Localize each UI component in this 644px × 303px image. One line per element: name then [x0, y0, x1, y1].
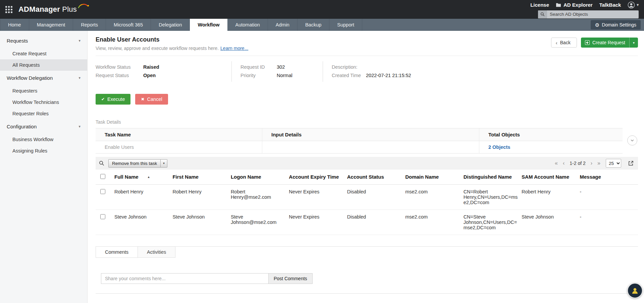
cell-full-name: Robert Henry: [114, 185, 172, 210]
column-header-sam-account-name[interactable]: SAM Account Name: [522, 170, 580, 185]
column-header-full-name[interactable]: Full Name▲: [114, 170, 172, 185]
chevron-down-icon[interactable]: ▾: [161, 159, 167, 168]
cell-first-name: Robert Henry: [172, 185, 230, 210]
column-header-first-name[interactable]: First Name: [172, 170, 230, 185]
remove-from-task-button[interactable]: Remove from this task: [108, 159, 161, 168]
tab-delegation[interactable]: Delegation: [151, 19, 190, 31]
last-page-button[interactable]: »: [597, 161, 600, 166]
created-time-value: 2022-07-21 21:15:52: [366, 73, 411, 78]
page-info: 1-2 of 2: [570, 161, 585, 166]
ad-explorer-link[interactable]: AD Explorer: [556, 2, 593, 8]
sidebar-section-workflow-delegation[interactable]: Workflow Delegation ▾: [0, 71, 87, 85]
tab-admin[interactable]: Admin: [268, 19, 298, 31]
tab-automation[interactable]: Automation: [227, 19, 268, 31]
input-details-value: [262, 141, 479, 153]
user-menu[interactable]: ▾: [628, 1, 639, 9]
row-checkbox[interactable]: [100, 214, 105, 219]
column-header-account-expiry-time[interactable]: Account Expiry Time: [289, 170, 347, 185]
tab-home[interactable]: Home: [0, 19, 29, 31]
license-link[interactable]: License: [530, 2, 549, 8]
cancel-button[interactable]: ✖ Cancel: [135, 94, 168, 105]
page-size-select[interactable]: 25: [606, 159, 621, 168]
apps-grid-icon[interactable]: [4, 5, 14, 14]
sidebar-item-all-requests[interactable]: All Requests: [0, 59, 87, 71]
page-subtitle-text: View, review, approve and execute workfl…: [96, 46, 219, 51]
talkback-label: TalkBack: [599, 2, 621, 8]
comment-input[interactable]: [101, 273, 269, 284]
tab-comments[interactable]: Comments: [96, 247, 138, 258]
tab-microsoft-365[interactable]: Microsoft 365: [106, 19, 151, 31]
sidebar-item-workflow-technicians[interactable]: Workflow Technicians: [0, 97, 87, 108]
grid-toolbar: Remove from this task ▾ « ‹ 1-2 of 2 › »…: [96, 157, 638, 170]
chevron-down-icon[interactable]: ▾: [629, 38, 638, 48]
logo-text-primary: ADManager: [18, 5, 60, 13]
sidebar-item-create-request[interactable]: Create Request: [0, 48, 87, 59]
user-avatar-icon: [628, 1, 635, 9]
execute-button[interactable]: ✔ Execute: [96, 94, 130, 105]
column-label: Full Name: [114, 174, 139, 180]
sidebar-item-requester-roles[interactable]: Requester Roles: [0, 108, 87, 119]
learn-more-link[interactable]: Learn more...: [220, 46, 248, 51]
logo-swoosh-icon: [77, 2, 90, 8]
task-details-heading: Task Details: [96, 119, 638, 125]
support-chat-button[interactable]: [627, 283, 643, 298]
previous-page-button[interactable]: ‹: [563, 161, 565, 166]
tab-workflow[interactable]: Workflow: [190, 19, 227, 31]
task-row: Enable Users 2 Objects: [96, 141, 623, 153]
export-icon[interactable]: [628, 160, 634, 166]
sidebar-section-configuration[interactable]: Configuration ▾: [0, 119, 87, 134]
column-header-domain-name[interactable]: Domain Name: [405, 170, 463, 185]
talkback-link[interactable]: TalkBack: [599, 2, 621, 8]
sidebar-section-label: Workflow Delegation: [7, 75, 53, 81]
chevron-down-icon: [630, 138, 635, 143]
request-id-label: Request ID: [240, 64, 277, 70]
tab-support[interactable]: Support: [329, 19, 362, 31]
app-logo: ADManager Plus: [18, 5, 88, 14]
description-label: Description:: [332, 64, 366, 70]
tab-reports[interactable]: Reports: [73, 19, 106, 31]
first-page-button[interactable]: «: [555, 161, 558, 166]
tab-management[interactable]: Management: [29, 19, 73, 31]
column-header-distinguished-name[interactable]: Distinguished Name: [464, 170, 522, 185]
sidebar-item-business-workflow[interactable]: Business Workflow: [0, 134, 87, 145]
topbar: ADManager Plus License AD Explorer TalkB…: [0, 0, 644, 19]
tab-backup[interactable]: Backup: [298, 19, 329, 31]
chat-person-icon: [631, 286, 639, 295]
objects-table: Full Name▲ First Name Logon Name Account…: [96, 170, 638, 235]
total-objects-column-header: Total Objects: [479, 128, 623, 141]
search-input[interactable]: [547, 12, 639, 17]
comments-section: Comments Activities Post Comments: [96, 246, 638, 294]
chevron-down-icon: ▾: [78, 39, 80, 43]
sidebar-section-requests[interactable]: Requests ▾: [0, 34, 87, 48]
column-header-account-status[interactable]: Account Status: [347, 170, 405, 185]
sidebar-item-requesters[interactable]: Requesters: [0, 85, 87, 97]
priority-label: Priority: [240, 73, 277, 78]
input-details-column-header: Input Details: [262, 128, 479, 141]
chevron-down-icon: ▾: [78, 124, 80, 129]
sidebar-section-label: Configuration: [7, 124, 37, 129]
pagination: « ‹ 1-2 of 2 › »: [555, 161, 600, 166]
global-search: [538, 10, 639, 18]
sidebar-item-assigning-rules[interactable]: Assigning Rules: [0, 145, 87, 157]
created-time-label: Created Time: [332, 73, 366, 78]
select-all-checkbox[interactable]: [100, 174, 105, 179]
next-page-button[interactable]: ›: [591, 161, 592, 166]
total-objects-link[interactable]: 2 Objects: [488, 144, 510, 150]
task-name-column-header: Task Name: [96, 128, 262, 141]
tab-activities[interactable]: Activities: [138, 247, 175, 258]
domain-settings-button[interactable]: ⚙ Domain Settings: [591, 20, 641, 29]
search-icon[interactable]: [99, 161, 104, 166]
search-icon[interactable]: [538, 10, 547, 18]
column-header-message[interactable]: Message: [580, 170, 638, 185]
create-request-button[interactable]: Create Request ▾: [581, 38, 638, 48]
request-status-label: Request Status: [96, 73, 143, 78]
cell-account-status: Disabled: [347, 185, 405, 210]
check-icon: ✔: [101, 97, 105, 101]
collapse-task-details-button[interactable]: [627, 135, 637, 145]
column-header-logon-name[interactable]: Logon Name: [231, 170, 289, 185]
row-checkbox[interactable]: [100, 189, 105, 194]
sidebar: Requests ▾ Create Request All Requests W…: [0, 31, 88, 303]
page-title: Enable User Accounts: [96, 36, 248, 43]
post-comments-button[interactable]: Post Comments: [268, 273, 313, 284]
back-button[interactable]: ‹ Back: [551, 38, 577, 48]
